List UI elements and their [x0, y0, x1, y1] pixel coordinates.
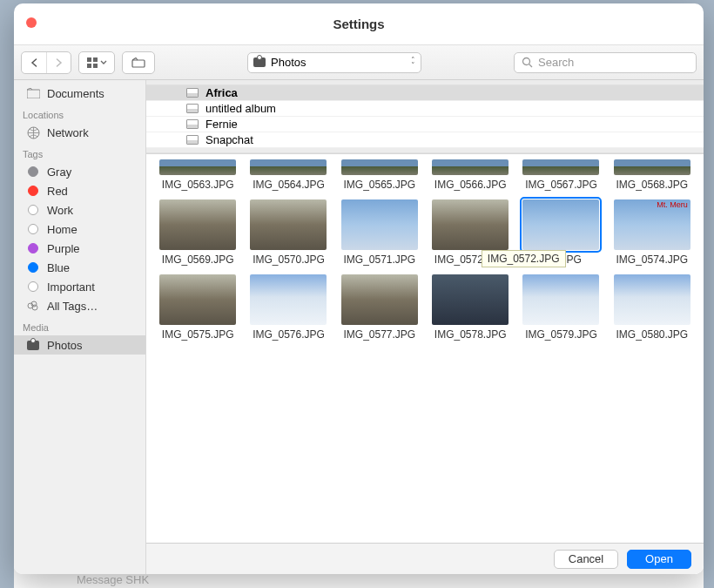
- sidebar-item-documents[interactable]: Documents: [14, 84, 145, 103]
- album-icon: [186, 119, 199, 129]
- thumbnail[interactable]: IMG_0568.JPG: [613, 159, 691, 191]
- tag-icon: [26, 280, 40, 294]
- thumbnail[interactable]: IMG_0567.JPG: [522, 159, 600, 191]
- thumbnail[interactable]: IMG_0571.JPG: [340, 199, 419, 266]
- album-icon: [186, 135, 199, 145]
- tag-icon: [26, 222, 40, 236]
- thumbnail-label: IMG_0564.JPG: [253, 179, 325, 191]
- tag-icon: [26, 241, 40, 255]
- sidebar-item-photos[interactable]: Photos: [14, 335, 145, 355]
- sidebar-section-locations: Locations: [14, 103, 145, 123]
- sidebar-tag-home[interactable]: Home: [14, 220, 145, 239]
- sidebar-item-label: Work: [47, 204, 73, 217]
- thumbnail[interactable]: IMG_0578.JPG: [431, 274, 509, 341]
- thumbnail-label: IMG_0568.JPG: [616, 179, 688, 191]
- album-row[interactable]: untitled album: [146, 101, 704, 117]
- thumbnail-image: [250, 274, 327, 325]
- close-icon[interactable]: [26, 17, 37, 28]
- thumbnail[interactable]: IMG_0569.JPG: [158, 199, 237, 266]
- sidebar-item-label: Blue: [47, 261, 70, 274]
- thumbnail[interactable]: IMG_0563.JPG: [158, 159, 237, 191]
- thumbnail-label: IMG_0565.JPG: [343, 179, 415, 191]
- thumbnail[interactable]: IMG_0566.JPG: [431, 159, 509, 191]
- sidebar-tag-gray[interactable]: Gray: [14, 162, 145, 181]
- cancel-button[interactable]: Cancel: [554, 550, 618, 569]
- forward-button[interactable]: [46, 52, 71, 73]
- sidebar-tag-blue[interactable]: Blue: [14, 258, 145, 277]
- thumbnail[interactable]: IMG_0575.JPG: [158, 274, 237, 341]
- open-button[interactable]: Open: [627, 550, 691, 569]
- location-popup[interactable]: Photos ˄˅: [247, 52, 421, 73]
- thumbnail[interactable]: IMG_0565.JPG: [340, 159, 419, 191]
- thumbnail-image: [341, 274, 418, 325]
- svg-rect-7: [27, 90, 40, 98]
- thumbnail-image: [522, 274, 599, 325]
- view-mode-button[interactable]: [79, 52, 114, 73]
- album-row[interactable]: Fernie: [146, 117, 704, 132]
- thumbnail-label: IMG_0580.JPG: [616, 328, 688, 341]
- thumbnail-image: [614, 159, 690, 175]
- svg-point-11: [32, 305, 37, 310]
- svg-rect-5: [132, 60, 145, 67]
- sidebar-item-network[interactable]: Network: [14, 123, 145, 142]
- search-input[interactable]: Search: [514, 52, 697, 73]
- album-list: Africauntitled albumFernieSnapchat: [146, 80, 704, 154]
- thumbnail[interactable]: IMG_0572.JPGIMG_0572.JPG: [431, 199, 509, 266]
- sidebar-tag-purple[interactable]: Purple: [14, 239, 145, 258]
- thumbnail[interactable]: IMG_0564.JPG: [249, 159, 327, 191]
- album-icon: [186, 104, 199, 113]
- tag-icon: [26, 203, 40, 217]
- album-label: Fernie: [205, 118, 238, 131]
- thumbnail[interactable]: IMG_0570.JPG: [249, 199, 327, 266]
- photos-icon: [253, 57, 266, 67]
- svg-rect-2: [93, 57, 98, 62]
- thumbnail-label: IMG_0572.JPGIMG_0572.JPG: [434, 253, 507, 266]
- tooltip: IMG_0572.JPG: [482, 250, 566, 267]
- thumbnail-image: [159, 274, 236, 325]
- thumbnail-image: [159, 159, 236, 175]
- thumbnail[interactable]: IMG_0579.JPG: [522, 274, 600, 341]
- svg-rect-1: [87, 57, 91, 62]
- thumbnail[interactable]: IMG_0576.JPG: [249, 274, 327, 341]
- sidebar-item-label: Red: [47, 185, 68, 198]
- thumbnail[interactable]: IMG_0580.JPG: [613, 274, 691, 341]
- sidebar: Documents Locations Network Tags GrayRed…: [14, 80, 146, 574]
- album-row[interactable]: Africa: [146, 85, 704, 101]
- thumbnail-image: [341, 159, 418, 175]
- tag-icon: [26, 184, 40, 198]
- thumbnail-image: [432, 159, 509, 175]
- sidebar-item-label: Home: [47, 223, 77, 236]
- location-label: Photos: [271, 56, 306, 69]
- group-button[interactable]: [123, 52, 154, 73]
- thumbnail-image: [341, 199, 418, 250]
- globe-icon: [26, 125, 40, 139]
- sidebar-tag-work[interactable]: Work: [14, 200, 145, 220]
- sidebar-section-media: Media: [14, 315, 145, 335]
- sidebar-tag-important[interactable]: Important: [14, 277, 145, 296]
- photos-icon: [26, 338, 40, 352]
- tag-icon: [26, 299, 40, 313]
- sidebar-item-label: Documents: [47, 87, 104, 100]
- thumbnail-label: IMG_0566.JPG: [434, 179, 507, 191]
- thumbnail-image: [522, 159, 599, 175]
- sidebar-tag-red[interactable]: Red: [14, 181, 145, 200]
- thumbnail-image: [250, 159, 327, 175]
- sidebar-tag-all-tags-[interactable]: All Tags…: [14, 296, 145, 315]
- thumbnails-grid[interactable]: IMG_0563.JPGIMG_0564.JPGIMG_0565.JPGIMG_…: [146, 154, 704, 543]
- sidebar-item-label: Network: [47, 126, 89, 139]
- thumbnail-label: IMG_0574.JPG: [616, 253, 688, 266]
- nav-buttons: [21, 51, 71, 74]
- album-row[interactable]: Snapchat: [146, 132, 704, 148]
- sidebar-item-label: Photos: [47, 339, 82, 352]
- thumbnail[interactable]: Mt. MeruIMG_0574.JPG: [613, 199, 691, 266]
- back-button[interactable]: [22, 52, 46, 73]
- thumbnail-image: [250, 199, 327, 250]
- toolbar: Photos ˄˅ Search: [14, 45, 704, 80]
- thumbnail[interactable]: IMG_0577.JPG: [340, 274, 419, 341]
- thumbnail-label: IMG_0575.JPG: [162, 328, 234, 341]
- thumbnail-label: IMG_0563.JPG: [162, 179, 234, 191]
- album-label: untitled album: [205, 102, 276, 115]
- thumbnail-image: [522, 199, 599, 250]
- thumbnail-label: IMG_0577.JPG: [343, 328, 415, 341]
- cancel-label: Cancel: [569, 552, 603, 565]
